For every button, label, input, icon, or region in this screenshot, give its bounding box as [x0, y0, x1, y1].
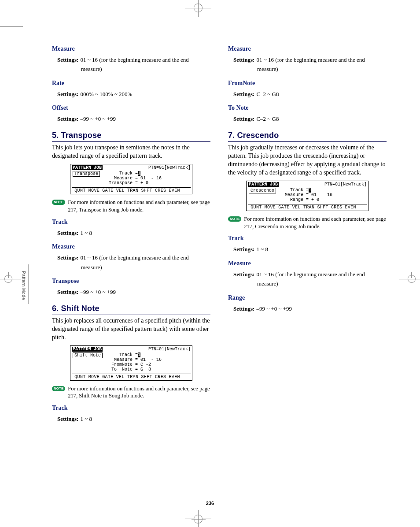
settings-value: –99 ~ +0 ~ +99: [80, 288, 116, 296]
registration-mark-icon: [194, 4, 203, 12]
param-heading-rate: Rate: [52, 79, 210, 88]
settings-value: 1 ~ 8: [256, 245, 268, 253]
settings-value-cont: measure): [257, 280, 387, 288]
section-heading-crescendo: 7. Crescendo: [228, 130, 387, 142]
settings-label: Settings:: [233, 90, 254, 98]
lcd-title: PATTERN JOB: [72, 347, 103, 352]
settings-label: Settings:: [233, 115, 254, 123]
lcd-pattern-indicator: PTN=01[NewTrack]: [148, 165, 191, 170]
note-badge-icon: NOTE: [228, 216, 241, 222]
lcd-pattern-indicator: PTN=01[NewTrack]: [324, 182, 367, 187]
note-block: NOTE For more information on functions a…: [52, 385, 210, 400]
side-tab-label: Pattern Mode: [21, 271, 26, 300]
settings-label: Settings:: [233, 56, 254, 64]
settings-label: Settings:: [57, 415, 78, 423]
note-block: NOTE For more information on functions a…: [228, 215, 387, 230]
settings-value-cont: measure): [81, 65, 210, 73]
lcd-tabs: QUNT MOVE GATE VEL TRAN SHFT CRES EVEN: [72, 374, 191, 379]
settings-value: 1 ~ 8: [80, 229, 92, 237]
settings-label: Settings:: [233, 305, 254, 313]
param-heading-offset: Offset: [52, 104, 210, 112]
page-content: Measure Settings: 01 ~ 16 (for the begin…: [52, 42, 387, 425]
settings-value: 01 ~ 16 (for the beginning measure and t…: [256, 56, 365, 64]
settings-row: Settings: 1 ~ 8: [57, 415, 210, 423]
param-heading-range: Range: [228, 294, 387, 302]
section-heading-transpose: 5. Transpose: [52, 130, 210, 142]
param-heading-measure: Measure: [228, 45, 387, 53]
lcd-params: Track =1 Measure = 01 - 16 FromNote = C …: [111, 353, 162, 372]
settings-label: Settings:: [57, 288, 78, 296]
settings-row: Settings: –99 ~ +0 ~ +99: [57, 115, 210, 123]
settings-value: 01 ~ 16 (for the beginning measure and t…: [80, 56, 188, 64]
settings-label: Settings:: [57, 254, 78, 262]
registration-mark-icon: [194, 515, 203, 523]
param-heading-tonote: To Note: [228, 104, 387, 112]
settings-row: Settings: –99 ~ +0 ~ +99: [233, 305, 387, 313]
settings-row: Settings: 01 ~ 16 (for the beginning mea…: [233, 56, 387, 64]
crop-mark: [411, 272, 412, 278]
settings-value: C–2 ~ G8: [256, 90, 279, 98]
note-text: For more information on functions and ea…: [244, 215, 387, 230]
lcd-tabs: QUNT MOVE GATE VEL TRAN SHFT CRES EVEN: [72, 187, 191, 193]
settings-value: –99 ~ +0 ~ +99: [80, 115, 116, 123]
lcd-pattern-indicator: PTN=01[NewTrack]: [148, 347, 191, 352]
settings-label: Settings:: [233, 245, 254, 253]
param-heading-track: Track: [52, 404, 210, 412]
lcd-jobname: Shift Note: [73, 353, 103, 358]
settings-row: Settings: 1 ~ 8: [233, 245, 387, 253]
lcd-screenshot-crescendo: PATTERN JOB PTN=01[NewTrack] Crescendo T…: [246, 181, 368, 211]
settings-row: Settings: C–2 ~ G8: [233, 90, 387, 98]
crop-mark: [0, 279, 21, 279]
lcd-title: PATTERN JOB: [72, 165, 103, 170]
settings-row: Settings: 01 ~ 16 (for the beginning mea…: [233, 271, 387, 278]
note-B-icon: NOTE: [52, 386, 65, 391]
settings-label: Settings:: [57, 115, 78, 123]
param-heading-measure: Measure: [52, 243, 210, 251]
section-body: This job gradually increases or decrease…: [228, 144, 387, 177]
settings-value: 000% ~ 100% ~ 200%: [80, 90, 132, 98]
lcd-params: Track =1 Measure = 01 - 16 Range = + 0: [285, 188, 332, 202]
param-heading-fromnote: FromNote: [228, 79, 387, 88]
param-heading-track: Track: [228, 234, 387, 243]
note-text: For more information on functions and ea…: [68, 199, 210, 214]
settings-label: Settings:: [233, 271, 254, 278]
lcd-jobname: Crescendo: [249, 188, 276, 193]
crop-mark: [0, 26, 23, 27]
lcd-jobname: Transpose: [73, 171, 100, 177]
note-text: For more information on functions and ea…: [68, 385, 210, 400]
settings-value: 01 ~ 16 (for the beginning measure and t…: [80, 254, 188, 262]
section-body: This job lets you transpose in semitones…: [52, 144, 210, 160]
lcd-tabs: QUNT MOVE GATE VEL TRAN SHFT CRES EVEN: [248, 204, 367, 210]
settings-value: –99 ~ +0 ~ +99: [256, 305, 292, 313]
param-heading-measure: Measure: [228, 260, 387, 268]
crop-mark: [8, 272, 9, 278]
lcd-screenshot-transpose: PATTERN JOB PTN=01[NewTrack] Transpose T…: [70, 164, 192, 194]
left-column: Measure Settings: 01 ~ 16 (for the begin…: [52, 42, 210, 425]
lcd-title: PATTERN JOB: [248, 182, 279, 187]
settings-label: Settings:: [57, 56, 78, 64]
settings-row: Settings: 01 ~ 16 (for the beginning mea…: [57, 56, 210, 64]
settings-value-cont: measure): [257, 65, 387, 73]
crop-mark: [399, 279, 420, 279]
param-heading-measure: Measure: [52, 45, 210, 53]
note-block: NOTE For more information on functions a…: [52, 199, 210, 214]
settings-value: 1 ~ 8: [80, 415, 92, 423]
settings-value: C–2 ~ G8: [256, 115, 279, 123]
settings-label: Settings:: [57, 90, 78, 98]
right-column: Measure Settings: 01 ~ 16 (for the begin…: [228, 42, 387, 425]
lcd-params: Track =1 Measure = 01 - 16 Transpose = +…: [109, 171, 162, 186]
param-heading-transpose: Transpose: [52, 277, 210, 286]
settings-value: 01 ~ 16 (for the beginning measure and t…: [256, 271, 365, 278]
settings-label: Settings:: [57, 229, 78, 237]
section-heading-shift-note: 6. Shift Note: [52, 303, 210, 315]
settings-row: Settings: 000% ~ 100% ~ 200%: [57, 90, 210, 98]
param-heading-track: Track: [52, 218, 210, 226]
page-number: 236: [0, 501, 420, 506]
settings-row: Settings: 01 ~ 16 (for the beginning mea…: [57, 254, 210, 262]
settings-row: Settings: –99 ~ +0 ~ +99: [57, 288, 210, 296]
side-tab-divider: [28, 264, 29, 304]
note-badge-icon: NOTE: [52, 200, 65, 205]
settings-row: Settings: 1 ~ 8: [57, 229, 210, 237]
section-body: This job replaces all occurrences of a s…: [52, 317, 210, 342]
settings-row: Settings: C–2 ~ G8: [233, 115, 387, 123]
